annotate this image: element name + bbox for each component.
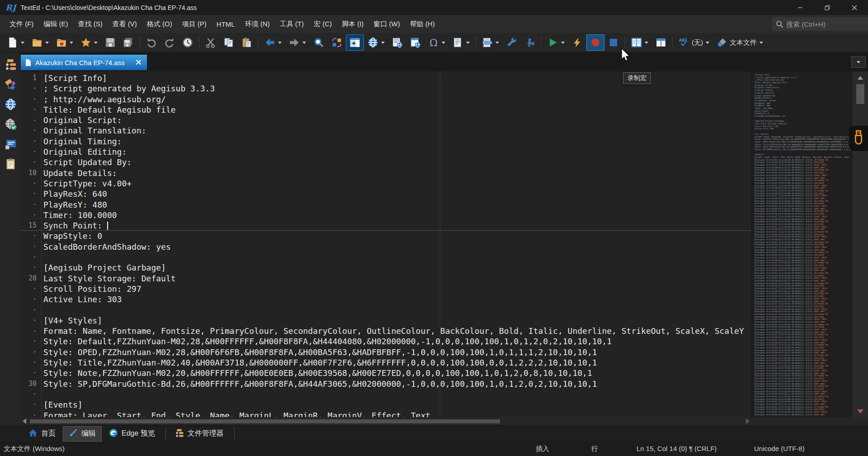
pencil-edit-tab[interactable]: 编辑 (63, 426, 102, 442)
code-text[interactable]: Update Details: (42, 168, 117, 178)
menu-item[interactable]: 宏 (C) (309, 16, 337, 32)
menu-item[interactable]: 工具 (T) (275, 16, 309, 32)
dropdown-arrow-icon[interactable] (760, 42, 763, 44)
code-text[interactable]: Scroll Position: 297 (42, 284, 142, 294)
format-lines-button[interactable] (449, 34, 473, 51)
editor-line[interactable]: · Title: Default Aegisub file (21, 104, 751, 115)
code-text[interactable]: [Events] (42, 399, 83, 410)
editor-line[interactable]: · [Events] (21, 399, 751, 410)
status-insert-mode[interactable]: 插入 (536, 445, 549, 453)
editor-line[interactable]: · Active Line: 303 (21, 294, 751, 304)
dropdown-arrow-icon[interactable] (381, 42, 385, 44)
code-text[interactable]: Style: Title,FZZhunYuan-M02,40,&H00AF371… (42, 357, 597, 368)
code-text[interactable] (42, 389, 43, 399)
outline-tree-button[interactable] (3, 57, 18, 71)
editor-line[interactable]: · (21, 389, 751, 399)
horizontal-scroll-thumb[interactable] (30, 419, 500, 423)
code-text[interactable]: Style: Note,FZZhunYuan-M02,20,&H00FFFFFF… (42, 368, 592, 378)
code-text[interactable]: Format: Layer, Start, End, Style, Name, … (42, 410, 430, 418)
edge-logo-tab[interactable]: Edge 预览 (103, 426, 161, 442)
code-text[interactable]: Title: Default Aegisub file (42, 104, 176, 115)
tab-close-button[interactable] (136, 59, 142, 66)
menu-item[interactable]: 脚本 (I) (337, 16, 368, 32)
code-text[interactable]: [Aegisub Project Garbage] (42, 262, 166, 273)
doctype-brush-button[interactable]: 文本文件 (713, 34, 767, 51)
code-text[interactable]: Style: SP,DFGMaruGothic-Bd,26,&H00FFFFFF… (42, 379, 597, 389)
editor-line[interactable]: · Style: Default,FZZhunYuan-M02,28,&H00F… (21, 336, 751, 347)
code-text[interactable]: ScaledBorderAndShadow: yes (42, 242, 171, 252)
editor-line[interactable]: · ; http://www.aegisub.org/ (21, 94, 751, 104)
code-text[interactable]: Timer: 100.0000 (42, 210, 117, 220)
tab-list-dropdown-button[interactable] (851, 56, 866, 68)
panel-switch-button[interactable] (346, 34, 364, 51)
editor-line[interactable]: · WrapStyle: 0 (21, 231, 751, 241)
files-tree-tab[interactable]: 文件管理器 (169, 426, 230, 442)
editor-line[interactable]: 20 Last Style Storage: Default (21, 273, 751, 284)
new-file-button[interactable] (4, 34, 28, 51)
menu-item[interactable]: 格式 (O) (142, 16, 177, 32)
restore-button[interactable] (814, 0, 841, 15)
redo-button[interactable] (160, 34, 179, 51)
editor-line[interactable]: · ; Script generated by Aegisub 3.3.3 (21, 83, 751, 94)
editor-line[interactable]: · Style: OPED,FZZhunYuan-M02,28,&H00F6F6… (21, 347, 751, 357)
editor-line[interactable]: · (21, 305, 751, 315)
globe-button[interactable] (3, 97, 18, 111)
vertical-scrollbar[interactable] (853, 71, 868, 417)
code-text[interactable] (42, 252, 43, 262)
menu-item[interactable]: 查找 (S) (73, 16, 108, 32)
save-button[interactable] (101, 34, 119, 51)
code-text[interactable]: ScriptType: v4.00+ (42, 178, 132, 189)
dropdown-arrow-icon[interactable] (278, 42, 282, 44)
editor-line[interactable]: · Format: Layer, Start, End, Style, Name… (21, 410, 751, 418)
editor-line[interactable]: - Format: Name, Fontname, Fontsize, Prim… (21, 326, 751, 336)
minimize-button[interactable] (787, 0, 814, 15)
editor-line[interactable]: · Original Translation: (21, 125, 751, 136)
menu-item[interactable]: 环境 (N) (240, 16, 275, 32)
code-text[interactable] (42, 305, 43, 315)
history-clock-button[interactable] (179, 34, 197, 51)
compare-button[interactable] (328, 34, 346, 51)
menu-item[interactable]: HTML (212, 17, 240, 32)
open-favorite-folder-button[interactable] (52, 34, 77, 51)
page-preview-button[interactable] (388, 34, 406, 51)
notes-clipboard-button[interactable] (3, 157, 18, 171)
undo-button[interactable] (142, 34, 160, 51)
horizontal-scroll-track[interactable] (21, 418, 751, 424)
menu-item[interactable]: 编辑 (E) (38, 16, 73, 32)
status-caret-position[interactable]: Ln 15, Col 14 (0) ¶ (CRLF) (637, 445, 717, 452)
plugins-puzzle-button[interactable] (521, 34, 539, 51)
editor-line[interactable]: - Original Script: (21, 115, 751, 125)
editor-line[interactable]: · [V4+ Styles] (21, 315, 751, 326)
code-editor[interactable]: 1 [Script Info] · ; Script generated by … (21, 71, 751, 417)
globe-check-button[interactable] (3, 117, 18, 131)
paste-button[interactable] (238, 34, 256, 51)
record-macro-button[interactable] (586, 34, 604, 51)
dropdown-arrow-icon[interactable] (21, 42, 24, 44)
home-tab[interactable]: 首页 (23, 426, 61, 442)
dropdown-arrow-icon[interactable] (561, 42, 565, 44)
save-all-button[interactable] (119, 34, 137, 51)
preview-pane-button[interactable] (3, 137, 18, 151)
horizontal-scrollbar[interactable] (21, 417, 868, 425)
menu-item[interactable]: 帮助 (H) (405, 16, 440, 32)
run-macro-play-button[interactable] (544, 34, 568, 51)
menu-item[interactable]: 查看 (V) (108, 16, 142, 32)
code-text[interactable]: WrapStyle: 0 (42, 231, 102, 241)
editor-line[interactable]: · Timer: 100.0000 (21, 210, 751, 220)
close-button[interactable] (841, 0, 868, 15)
marked-document-button[interactable] (478, 34, 503, 51)
favorites-star-button[interactable] (77, 34, 101, 51)
browser-window-button[interactable] (406, 34, 425, 51)
menu-item[interactable]: 项目 (P) (177, 16, 212, 32)
split-view-button[interactable] (652, 34, 670, 51)
copy-button[interactable] (220, 34, 238, 51)
code-text[interactable]: [V4+ Styles] (42, 315, 102, 326)
code-text[interactable]: Original Translation: (42, 125, 146, 136)
scroll-left-arrow-icon[interactable] (23, 418, 26, 424)
spellcheck-abc-button[interactable]: ABC (无) (675, 34, 713, 51)
search-input[interactable] (786, 20, 862, 28)
dropdown-arrow-icon[interactable] (706, 42, 709, 44)
code-text[interactable]: [Script Info] (42, 73, 107, 83)
editor-line[interactable]: 10 Update Details: (21, 168, 751, 178)
search-box[interactable] (772, 17, 868, 31)
